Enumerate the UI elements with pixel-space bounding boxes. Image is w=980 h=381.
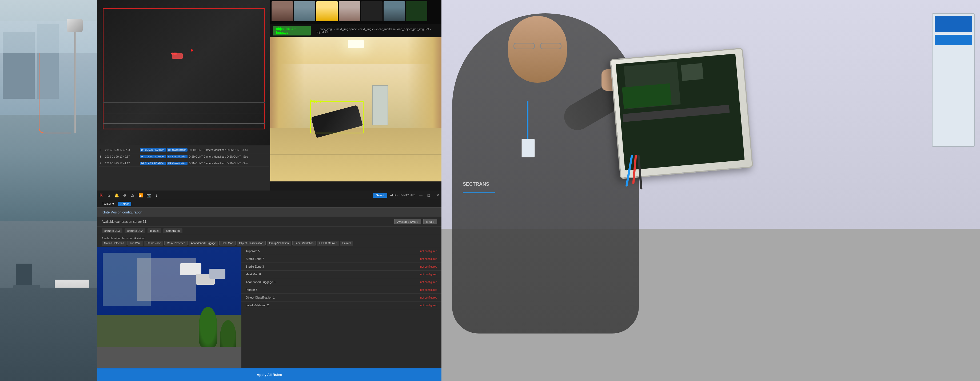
camera-tab-203[interactable]: camera 203 — [102, 228, 123, 233]
kiv-menubar: EWISA ▼ Select — [97, 200, 441, 207]
event-badge-df: DF CLASSIFICATION — [140, 148, 166, 151]
event-number: 2 — [100, 162, 105, 165]
admin-label: admin — [390, 194, 398, 197]
event-badge-class: DF Classification — [167, 162, 188, 165]
rule-name: Sterile Zone 7 — [246, 257, 420, 260]
algo-label[interactable]: Label Validation — [292, 241, 316, 245]
menu-ewisa[interactable]: EWISA ▼ — [100, 202, 117, 206]
algo-motion[interactable]: Motion Detection — [102, 241, 126, 245]
rule-name: Label Validation 2 — [246, 304, 420, 307]
rule-name: Trip Wire 5 — [246, 249, 420, 253]
config-header: KIntelliVision configuration — [97, 207, 441, 217]
kiv-logo-icon: K — [100, 193, 103, 198]
algo-sterile[interactable]: Sterile Zone — [144, 241, 163, 245]
thumb-1 — [272, 2, 293, 21]
event-number: 3 — [100, 155, 105, 158]
detection-label: luggage — [310, 99, 323, 103]
rule-row: Abandoned Luggage 6 not configured — [242, 278, 441, 286]
camera-tab-hikpci[interactable]: hikp/ci — [148, 228, 161, 233]
luggage-detection-panel: object Id: 1 -- luggage ← prev_img → nex… — [270, 0, 441, 190]
rule-status: not configured — [420, 257, 437, 260]
luggage-header: object Id: 1 -- luggage ← prev_img → nex… — [270, 24, 441, 37]
rule-status: not configured — [420, 265, 437, 268]
rule-row: Sterile Zone 3 not configured — [242, 263, 441, 271]
thumb-4 — [339, 2, 360, 21]
rule-status: not configured — [420, 281, 437, 284]
rule-status: not configured — [420, 250, 437, 253]
algo-heatmap[interactable]: Heat Map — [219, 241, 235, 245]
info-icon[interactable]: ℹ — [154, 192, 160, 198]
date-label: 05 MAY 2021 — [399, 194, 415, 197]
alert-icon[interactable]: ⚠ — [130, 192, 136, 198]
event-text: DISMOUNT Camera identified : DISMOUNT - … — [189, 155, 268, 158]
camera-tabs: camera 203 camera 202 hikp/ci camera 40 — [97, 227, 441, 235]
event-badge-df: DF CLASSIFICATION — [140, 162, 166, 165]
rule-name: Painter 8 — [246, 288, 420, 291]
rule-status: not configured — [420, 273, 437, 276]
algo-luggage[interactable]: Abandoned Luggage — [189, 241, 218, 245]
object-id-badge: object Id: 1 -- luggage — [273, 26, 311, 35]
config-title: KIntelliVision configuration — [102, 210, 142, 214]
window-maximize-icon[interactable]: □ — [426, 192, 431, 198]
server-label: Available cameras on server 31: — [102, 220, 147, 223]
ip-button[interactable]: ip<a.b — [423, 219, 437, 225]
rule-row: Sterile Zone 7 not configured — [242, 255, 441, 263]
event-number: 5 — [100, 148, 105, 151]
event-time: 2019-01-29 17:41:12 — [105, 162, 140, 165]
nvr-button[interactable]: Available NVR's — [394, 219, 421, 225]
camera-icon[interactable]: 📷 — [146, 192, 152, 198]
event-badge-class: DF Classification — [167, 148, 188, 151]
thumb-5 — [361, 2, 382, 21]
rule-name: Heat Map 8 — [246, 273, 420, 276]
luggage-detection-box — [310, 101, 364, 133]
menu-select[interactable]: Select — [118, 202, 132, 206]
event-badge-class: DF Classification — [167, 155, 188, 158]
event-time: 2019-01-29 17:40:33 — [105, 148, 140, 151]
rule-row: Trip Wire 5 not configured — [242, 247, 441, 255]
algo-mask[interactable]: Mask Presence — [164, 241, 188, 245]
rule-status: not configured — [420, 296, 437, 299]
thermal-events: 5 2019-01-29 17:40:33 DF CLASSIFICATION … — [97, 145, 270, 190]
apply-all-button[interactable]: Apply All Rules — [97, 368, 441, 381]
algo-objclass[interactable]: Object Classification — [237, 241, 266, 245]
signal-icon[interactable]: 📶 — [138, 192, 144, 198]
select-button[interactable]: Select — [373, 193, 388, 198]
rule-name: Object Classification 1 — [246, 296, 420, 299]
event-badge-df: DF CLASSIFICATION — [140, 155, 166, 158]
camera-tab-40[interactable]: camera 40 — [163, 228, 183, 233]
kiv-main-content: Trip Wire 5 not configured Sterile Zone … — [97, 247, 441, 368]
rule-row: Heat Map 8 not configured — [242, 271, 441, 278]
bell-icon[interactable]: 🔔 — [114, 192, 120, 198]
rule-row: Object Classification 1 not configured — [242, 294, 441, 301]
thumb-3 — [317, 2, 338, 21]
left-photo-panel — [0, 0, 97, 381]
thumb-6 — [383, 2, 405, 21]
server-toolbar: Available cameras on server 31: Availabl… — [97, 217, 441, 227]
rule-name: Sterile Zone 3 — [246, 265, 420, 268]
thumbnail-strip — [270, 0, 441, 24]
event-text: DISMOUNT Camera identified : DISMOUNT - … — [189, 148, 268, 151]
rule-status: not configured — [420, 304, 437, 307]
algo-painter[interactable]: Painter — [340, 241, 353, 245]
rule-row: Label Validation 2 not configured — [242, 301, 441, 309]
thumb-2 — [294, 2, 315, 21]
apply-label: Apply All Rules — [257, 373, 282, 377]
close-button[interactable]: ✕ — [436, 193, 439, 198]
rule-name: Abandoned Luggage 6 — [246, 281, 420, 284]
thermal-panel: HHH 5 2019-01-29 17:40:33 DF CLASSIFICAT… — [97, 0, 270, 190]
kiv-panel: K ⌂ 🔔 ⚙ ⚠ 📶 📷 ℹ Select admin 05 MAY 2021… — [97, 190, 441, 381]
shortcut-text: ← prev_img → next_img space - next_img c… — [316, 27, 439, 34]
rule-status: not configured — [420, 289, 437, 291]
rules-panel: Trip Wire 5 not configured Sterile Zone … — [242, 247, 441, 368]
right-photo-panel: SECTRANS — [441, 0, 980, 381]
settings-icon[interactable]: ⚙ — [122, 192, 128, 198]
algo-tripwire[interactable]: Trip Wire — [127, 241, 143, 245]
center-panels: HHH 5 2019-01-29 17:40:33 DF CLASSIFICAT… — [97, 0, 441, 381]
thumb-7 — [406, 2, 427, 21]
corridor-scene: luggage — [270, 37, 441, 182]
algo-gdpr[interactable]: GDPR Masker — [317, 241, 339, 245]
camera-tab-202[interactable]: camera 202 — [124, 228, 145, 233]
algo-group[interactable]: Group Validation — [267, 241, 291, 245]
home-icon[interactable]: ⌂ — [106, 192, 112, 198]
window-minimize-icon[interactable]: — — [418, 192, 423, 198]
